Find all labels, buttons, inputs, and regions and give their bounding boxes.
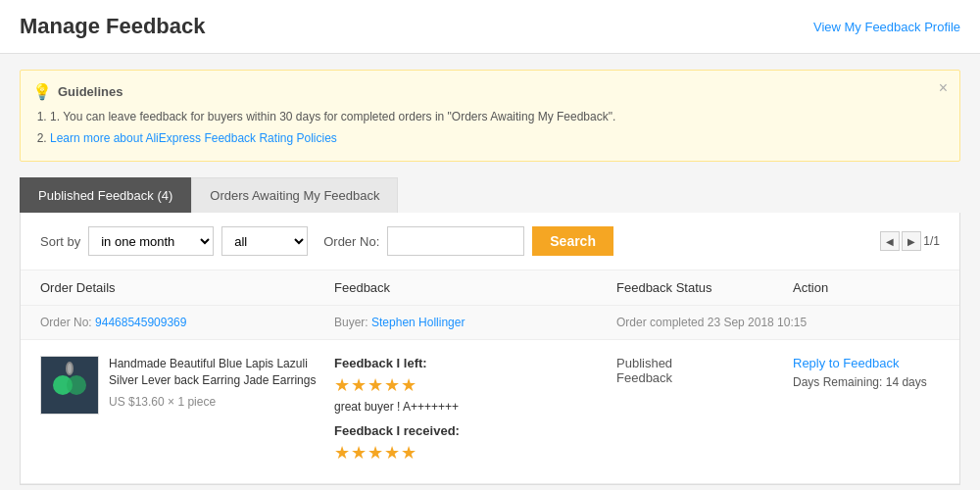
col-action: Action [793, 280, 940, 295]
table-header: Order Details Feedback Feedback Status A… [21, 270, 959, 306]
col-feedback: Feedback [334, 280, 616, 295]
feedback-received-label: Feedback I received: [334, 423, 616, 438]
action-section: Reply to Feedback Days Remaining: 14 day… [793, 356, 940, 389]
order-no-label: Order No: [323, 234, 379, 249]
product-details: Handmade Beautiful Blue Lapis Lazuli Sil… [40, 356, 334, 415]
filter-select[interactable]: all positive neutral negative [221, 226, 308, 256]
main-content: Sort by in one month in three months all… [20, 213, 960, 485]
search-button[interactable]: Search [532, 226, 613, 256]
guidelines-box: 💡 Guidelines 1. You can leave feedback f… [20, 70, 960, 162]
feedback-rating-policies-link[interactable]: Learn more about AliExpress Feedback Rat… [50, 131, 337, 145]
pagination: ◀ ▶ 1/1 [880, 231, 940, 251]
product-price: US $13.60 × 1 piece [109, 395, 334, 409]
product-info: Handmade Beautiful Blue Lapis Lazuli Sil… [109, 356, 334, 409]
col-order-details: Order Details [40, 280, 334, 295]
filter-bar: Sort by in one month in three months all… [21, 213, 959, 270]
guidelines-label: Guidelines [58, 84, 122, 99]
feedback-status: Published Feedback [616, 356, 793, 385]
feedback-text: great buyer ! A+++++++ [334, 400, 616, 414]
info-icon: 💡 [32, 82, 52, 101]
sort-by-label: Sort by [40, 234, 80, 249]
guideline-item-1: 1. You can leave feedback for buyers wit… [50, 107, 930, 128]
svg-point-3 [68, 364, 72, 373]
close-guidelines-button[interactable]: × [939, 80, 948, 96]
page-title: Manage Feedback [20, 14, 206, 39]
order-completed-cell: Order completed 23 Sep 2018 10:15 [616, 316, 940, 329]
product-image [40, 356, 99, 415]
order-no-prefix: Order No: [40, 316, 92, 329]
page-header: Manage Feedback View My Feedback Profile [0, 0, 980, 54]
feedback-left-label: Feedback I left: [334, 356, 616, 370]
buyer-cell: Buyer: Stephen Hollinger [334, 316, 616, 329]
days-remaining: Days Remaining: 14 days [793, 375, 927, 389]
order-number-link[interactable]: 94468545909369 [95, 316, 186, 329]
buyer-name-link[interactable]: Stephen Hollinger [371, 316, 465, 329]
svg-point-1 [67, 375, 86, 395]
product-name: Handmade Beautiful Blue Lapis Lazuli Sil… [109, 356, 334, 389]
sort-select[interactable]: in one month in three months all time [88, 226, 214, 256]
product-row: Handmade Beautiful Blue Lapis Lazuli Sil… [21, 340, 959, 484]
stars-received: ★★★★★ [334, 442, 616, 464]
guideline-item-2: Learn more about AliExpress Feedback Rat… [50, 128, 930, 150]
product-thumbnail [45, 361, 94, 410]
order-info-row: Order No: 94468545909369 Buyer: Stephen … [21, 306, 959, 340]
stars-left: ★★★★★ [334, 374, 616, 396]
col-feedback-status: Feedback Status [616, 280, 793, 295]
pagination-info: 1/1 [923, 234, 940, 248]
tab-published-feedback[interactable]: Published Feedback (4) [20, 177, 191, 213]
guidelines-list: 1. You can leave feedback for buyers wit… [32, 107, 930, 149]
order-no-input[interactable] [387, 226, 524, 256]
feedback-section: Feedback I left: ★★★★★ great buyer ! A++… [334, 356, 616, 467]
order-number-cell: Order No: 94468545909369 [40, 316, 334, 329]
reply-to-feedback-link[interactable]: Reply to Feedback [793, 356, 940, 370]
tabs-container: Published Feedback (4) Orders Awaiting M… [20, 177, 960, 213]
buyer-prefix: Buyer: [334, 316, 368, 329]
pagination-next-button[interactable]: ▶ [902, 231, 921, 251]
tab-orders-awaiting[interactable]: Orders Awaiting My Feedback [191, 177, 398, 213]
guidelines-header: 💡 Guidelines [32, 82, 930, 101]
pagination-prev-button[interactable]: ◀ [880, 231, 900, 251]
view-profile-link[interactable]: View My Feedback Profile [813, 20, 960, 34]
status-text: Published Feedback [616, 356, 672, 385]
